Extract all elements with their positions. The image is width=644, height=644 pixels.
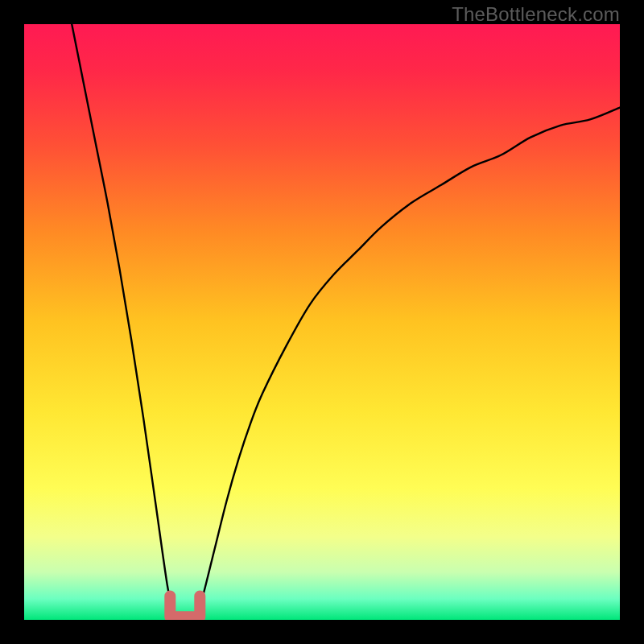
plot-area <box>24 24 620 620</box>
watermark-text: TheBottleneck.com <box>452 3 620 26</box>
chart-stage: TheBottleneck.com <box>0 0 644 644</box>
curve-left-branch <box>72 24 173 614</box>
curve-layer <box>24 24 620 620</box>
trough-highlight <box>170 596 200 617</box>
curve-right-branch <box>197 108 620 614</box>
